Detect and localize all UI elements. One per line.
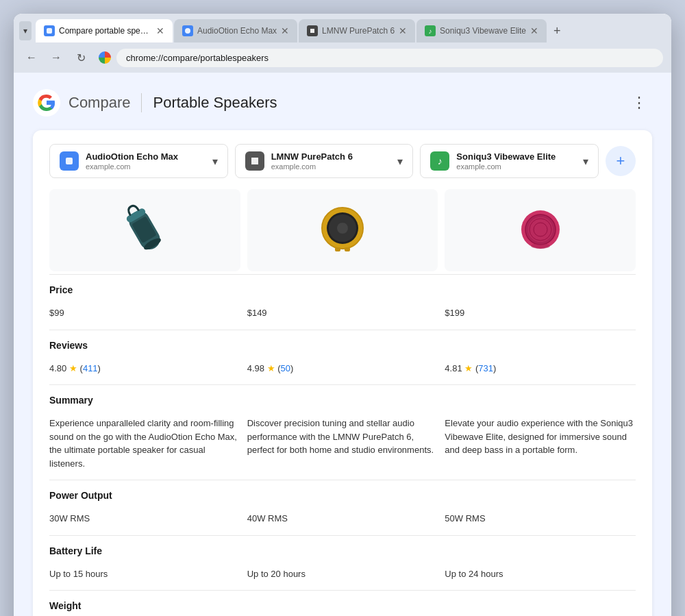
star2: ★	[267, 363, 278, 373]
svg-point-13	[337, 223, 348, 234]
tab2-icon	[182, 25, 193, 36]
weight-section: Weight 2 lbs 3 lbs 3.5 lbs	[49, 590, 636, 616]
battery-section: Battery Life Up to 15 hours Up to 20 hou…	[49, 535, 636, 591]
reviews-label: Reviews	[49, 330, 636, 356]
product3-speaker-svg	[510, 199, 571, 261]
product1-chevron: ▾	[212, 155, 218, 168]
product3-name: Soniqu3 Vibewave Elite	[456, 151, 556, 162]
summary-value-3: Elevate your audio experience with the S…	[445, 417, 636, 470]
svg-point-23	[531, 243, 550, 249]
forward-button[interactable]: →	[47, 48, 66, 67]
review-count-1[interactable]: 411	[83, 363, 98, 373]
product1-image	[49, 189, 240, 271]
browser-top: ▾ Compare portable speaker ✕ AudioOtion …	[14, 14, 671, 73]
product2-image	[247, 189, 438, 271]
tab4-label: Soniqu3 Vibewave Elite	[440, 26, 526, 36]
power-label: Power Output	[49, 480, 636, 506]
page-header: Compare Portable Speakers ⋮	[33, 89, 652, 116]
product3-domain: example.com	[456, 162, 556, 171]
review-count-3[interactable]: 731	[478, 363, 493, 373]
price-value-2: $149	[247, 306, 438, 320]
svg-rect-2	[310, 29, 314, 33]
product2-speaker-svg	[312, 199, 373, 261]
star3: ★	[464, 363, 475, 373]
tab3-close[interactable]: ✕	[399, 26, 407, 36]
product3-chevron: ▾	[583, 155, 588, 168]
product3-icon: ♪	[430, 151, 449, 171]
product-selectors: AudioOtion Echo Max example.com ▾ LMNW P…	[49, 144, 636, 178]
product-selector-3[interactable]: ♪ Soniqu3 Vibewave Elite example.com ▾	[420, 144, 599, 178]
rating3: 4.81	[445, 363, 462, 373]
power-value-3: 50W RMS	[445, 512, 636, 526]
product1-name: AudioOtion Echo Max	[86, 151, 178, 162]
power-value-2: 40W RMS	[247, 512, 438, 526]
tab4-close[interactable]: ✕	[530, 26, 538, 36]
reload-button[interactable]: ↻	[71, 48, 90, 67]
star1: ★	[69, 363, 80, 373]
reviews-value-1: 4.80 ★ (411)	[49, 362, 240, 375]
svg-point-1	[185, 28, 190, 34]
battery-values: Up to 15 hours Up to 20 hours Up to 24 h…	[49, 562, 636, 591]
battery-value-2: Up to 20 hours	[247, 567, 438, 581]
google-logo	[33, 89, 60, 116]
battery-value-1: Up to 15 hours	[49, 567, 240, 581]
tab-bar: ▾ Compare portable speaker ✕ AudioOtion …	[14, 14, 671, 42]
battery-value-3: Up to 24 hours	[445, 567, 636, 581]
summary-value-1: Experience unparalleled clarity and room…	[49, 417, 240, 470]
tab-dropdown[interactable]: ▾	[19, 21, 32, 40]
product2-name: LMNW PurePatch 6	[271, 151, 353, 162]
more-options-icon[interactable]: ⋮	[626, 91, 652, 114]
url-field[interactable]	[116, 49, 663, 67]
tab1-close[interactable]: ✕	[156, 26, 164, 36]
reviews-values: 4.80 ★ (411) 4.98 ★ (50) 4.81 ★	[49, 356, 636, 385]
tab3-icon	[307, 25, 318, 36]
page-title: Portable Speakers	[153, 94, 277, 112]
tab-compare[interactable]: Compare portable speaker ✕	[36, 19, 173, 42]
summary-values: Experience unparalleled clarity and room…	[49, 411, 636, 480]
product3-image	[445, 189, 636, 271]
rating2: 4.98	[247, 363, 264, 373]
product1-icon	[60, 151, 79, 171]
reviews-value-3: 4.81 ★ (731)	[445, 362, 636, 375]
compare-card: AudioOtion Echo Max example.com ▾ LMNW P…	[33, 130, 652, 616]
new-tab-button[interactable]: +	[548, 21, 566, 41]
tab-soniqu3[interactable]: ♪ Soniqu3 Vibewave Elite ✕	[416, 19, 547, 42]
product-selector-1-left: AudioOtion Echo Max example.com	[60, 151, 178, 171]
battery-label: Battery Life	[49, 536, 636, 562]
svg-point-19	[528, 217, 553, 242]
header-divider	[141, 93, 142, 112]
weight-label: Weight	[49, 591, 636, 616]
product1-domain: example.com	[86, 162, 178, 171]
tab4-icon: ♪	[425, 25, 436, 36]
tab1-label: Compare portable speaker	[59, 26, 152, 36]
product2-info: LMNW PurePatch 6 example.com	[271, 151, 353, 171]
summary-label: Summary	[49, 385, 636, 411]
svg-rect-5	[251, 158, 258, 164]
power-value-1: 30W RMS	[49, 512, 240, 526]
product-selector-2-left: LMNW PurePatch 6 example.com	[245, 151, 353, 171]
back-button[interactable]: ←	[22, 48, 41, 67]
svg-rect-0	[47, 28, 52, 34]
compare-table: Price $99 $149 $199 Reviews 4.80 ★ (	[49, 274, 636, 616]
summary-section: Summary Experience unparalleled clarity …	[49, 384, 636, 480]
product1-info: AudioOtion Echo Max example.com	[86, 151, 178, 171]
tab-audiotion[interactable]: AudioOtion Echo Max ✕	[174, 19, 297, 42]
tab2-label: AudioOtion Echo Max	[197, 26, 277, 36]
page-header-left: Compare Portable Speakers	[33, 89, 277, 116]
review-count-2[interactable]: 50	[281, 363, 290, 373]
product-images	[49, 189, 636, 271]
tab-lmnw[interactable]: LMNW PurePatch 6 ✕	[299, 19, 415, 42]
tab2-close[interactable]: ✕	[281, 26, 289, 36]
product-selector-1[interactable]: AudioOtion Echo Max example.com ▾	[49, 144, 228, 178]
summary-value-2: Discover precision tuning and stellar au…	[247, 417, 438, 470]
address-bar: ← → ↻	[14, 42, 671, 73]
power-section: Power Output 30W RMS 40W RMS 50W RMS	[49, 480, 636, 535]
reviews-value-2: 4.98 ★ (50)	[247, 362, 438, 375]
product-selector-2[interactable]: LMNW PurePatch 6 example.com ▾	[235, 144, 414, 178]
page-content: Compare Portable Speakers ⋮ AudioOtion E…	[14, 73, 671, 616]
tab3-label: LMNW PurePatch 6	[322, 26, 395, 36]
price-values: $99 $149 $199	[49, 301, 636, 330]
compare-label: Compare	[68, 94, 130, 112]
add-product-button[interactable]: +	[606, 146, 636, 176]
product2-domain: example.com	[271, 162, 353, 171]
